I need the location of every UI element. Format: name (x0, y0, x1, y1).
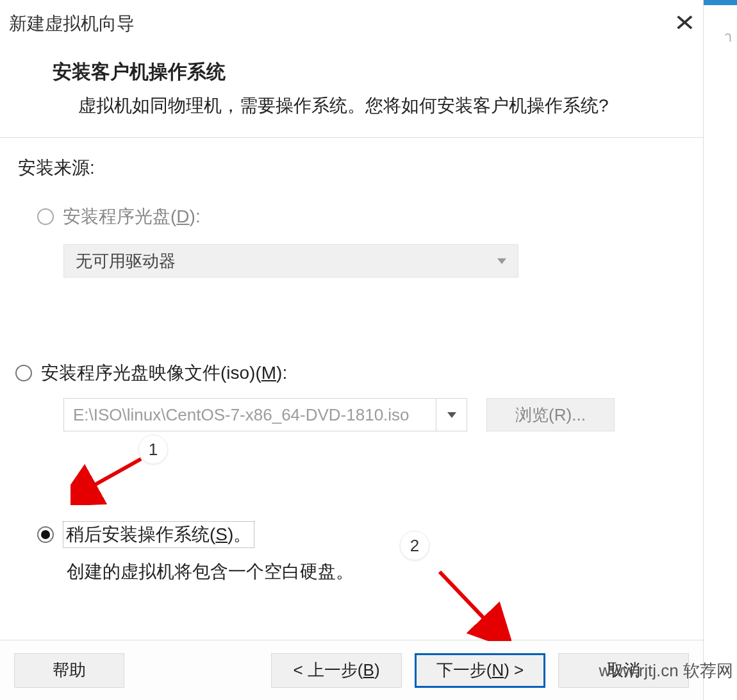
edge-text: า (724, 26, 732, 48)
radio-install-later[interactable]: 稍后安装操作系统(S)。 (37, 521, 688, 548)
help-button[interactable]: 帮助 (14, 653, 124, 688)
hotkey: M (261, 363, 276, 383)
label-pre: 安装程序光盘( (63, 206, 176, 226)
back-button[interactable]: < 上一步(B) (271, 653, 402, 688)
close-icon[interactable]: ✕ (674, 12, 696, 35)
window-title: 新建虚拟机向导 (9, 12, 135, 36)
hotkey: N (492, 660, 504, 680)
wizard-title: 安装客户机操作系统 (53, 59, 703, 85)
hotkey: B (363, 660, 374, 680)
titlebar: 新建虚拟机向导 ✕ (0, 0, 703, 59)
radio-icon (15, 365, 32, 381)
radio-label-disc: 安装程序光盘(D): (63, 204, 201, 229)
install-source-label: 安装来源: (18, 156, 688, 180)
radio-icon-selected (37, 526, 54, 543)
label-post: ): (190, 206, 201, 226)
radio-installer-disc: 安装程序光盘(D): (37, 204, 688, 229)
hotkey: S (215, 524, 228, 544)
install-later-description: 创建的虚拟机将包含一个空白硬盘。 (67, 560, 688, 584)
radio-iso-file[interactable]: 安装程序光盘映像文件(iso)(M): (15, 361, 688, 385)
watermark: www.rjtj.cn 软荐网 (599, 660, 733, 682)
hotkey: D (176, 206, 189, 226)
radio-icon (37, 208, 54, 225)
label-pre: < 上一步( (293, 659, 363, 681)
iso-path-input[interactable] (64, 405, 436, 425)
top-accent (704, 0, 737, 5)
label-post: )。 (228, 524, 251, 544)
chevron-down-icon (447, 412, 456, 418)
label-pre: 浏览( (515, 404, 554, 426)
radio-label-later: 稍后安装操作系统(S)。 (63, 521, 254, 548)
label-pre: 稍后安装操作系统( (66, 524, 215, 544)
button-bar: 帮助 < 上一步(B) 下一步(N) > 取消 (0, 640, 703, 700)
iso-path-combo (63, 398, 467, 431)
label-pre: 安装程序光盘映像文件(iso)( (41, 363, 261, 383)
wizard-window: 新建虚拟机向导 ✕ 安装客户机操作系统 虚拟机如同物理机，需要操作系统。您将如何… (0, 0, 704, 700)
wizard-subtitle: 虚拟机如同物理机，需要操作系统。您将如何安装客户机操作系统? (53, 93, 703, 118)
wizard-header: 安装客户机操作系统 虚拟机如同物理机，需要操作系统。您将如何安装客户机操作系统? (0, 59, 703, 118)
iso-controls: 浏览(R)... (63, 398, 688, 431)
label-post: ) > (504, 660, 524, 680)
label-post: ) (374, 660, 380, 680)
divider (0, 137, 703, 138)
label-post: ): (276, 363, 287, 383)
disc-dropdown-text: 无可用驱动器 (76, 250, 176, 272)
label-pre: 下一步( (436, 659, 492, 681)
label-post: )... (567, 405, 586, 425)
next-button[interactable]: 下一步(N) > (415, 653, 545, 688)
chevron-down-icon (497, 258, 506, 264)
help-label: 帮助 (53, 659, 86, 681)
hotkey: R (554, 405, 567, 425)
radio-label-iso: 安装程序光盘映像文件(iso)(M): (41, 361, 287, 385)
content: 安装来源: 安装程序光盘(D): 无可用驱动器 安装程序光盘映像文件(iso)(… (0, 153, 703, 584)
browse-button: 浏览(R)... (486, 398, 615, 431)
right-strip: า (704, 0, 737, 700)
disc-dropdown: 无可用驱动器 (63, 244, 518, 278)
iso-dropdown-button[interactable] (436, 399, 467, 431)
